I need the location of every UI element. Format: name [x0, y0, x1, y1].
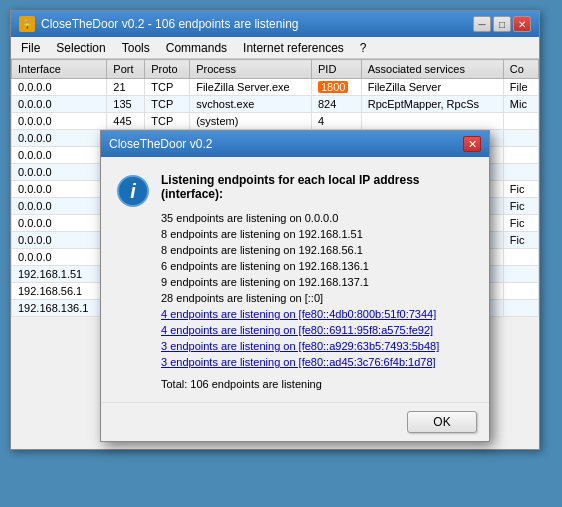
cell-services: FileZilla Server: [361, 79, 503, 96]
info-icon: i: [117, 175, 149, 207]
cell-services: RpcEptMapper, RpcSs: [361, 96, 503, 113]
cell-co: Mic: [503, 96, 538, 113]
cell-services: [361, 113, 503, 130]
table-row[interactable]: 0.0.0.0 135 TCP svchost.exe 824 RpcEptMa…: [12, 96, 539, 113]
endpoint-line: 28 endpoints are listening on [::0]: [161, 291, 469, 306]
col-port: Port: [107, 60, 145, 79]
cell-co: [503, 164, 538, 181]
endpoint-line[interactable]: 3 endpoints are listening on [fe80::a929…: [161, 339, 469, 354]
cell-interface: 0.0.0.0: [12, 198, 107, 215]
cell-process: (system): [190, 113, 312, 130]
ok-button-wrapper: OK: [407, 411, 477, 433]
table-row[interactable]: 0.0.0.0 21 TCP FileZilla Server.exe 1800…: [12, 79, 539, 96]
menu-bar: File Selection Tools Commands Internet r…: [11, 37, 539, 59]
cell-process: svchost.exe: [190, 96, 312, 113]
endpoint-lines: 35 endpoints are listening on 0.0.0.08 e…: [161, 211, 469, 370]
cell-port: 21: [107, 79, 145, 96]
cell-co: [503, 113, 538, 130]
cell-pid: 4: [312, 113, 362, 130]
cell-interface: 0.0.0.0: [12, 249, 107, 266]
menu-tools[interactable]: Tools: [116, 39, 156, 57]
cell-interface: 192.168.136.1: [12, 300, 107, 317]
table-row[interactable]: 0.0.0.0 445 TCP (system) 4: [12, 113, 539, 130]
window-title: CloseTheDoor v0.2 - 106 endpoints are li…: [41, 17, 298, 31]
menu-help[interactable]: ?: [354, 39, 373, 57]
cell-co: File: [503, 79, 538, 96]
cell-interface: 192.168.1.51: [12, 266, 107, 283]
cell-co: Fic: [503, 232, 538, 249]
cell-co: Fic: [503, 215, 538, 232]
cell-interface: 0.0.0.0: [12, 181, 107, 198]
minimize-button[interactable]: ─: [473, 16, 491, 32]
cell-proto: TCP: [145, 79, 190, 96]
col-process: Process: [190, 60, 312, 79]
modal-heading: Listening endpoints for each local IP ad…: [161, 173, 469, 201]
endpoint-line: 8 endpoints are listening on 192.168.56.…: [161, 243, 469, 258]
cell-port: 135: [107, 96, 145, 113]
maximize-button[interactable]: □: [493, 16, 511, 32]
endpoint-line[interactable]: 3 endpoints are listening on [fe80::ad45…: [161, 355, 469, 370]
endpoint-line[interactable]: 4 endpoints are listening on [fe80::4db0…: [161, 307, 469, 322]
endpoint-line: 9 endpoints are listening on 192.168.137…: [161, 275, 469, 290]
cell-pid: 1800: [312, 79, 362, 96]
title-controls: ─ □ ✕: [473, 16, 531, 32]
cell-interface: 0.0.0.0: [12, 79, 107, 96]
cell-co: [503, 130, 538, 147]
cell-interface: 0.0.0.0: [12, 130, 107, 147]
cell-interface: 0.0.0.0: [12, 113, 107, 130]
cell-interface: 0.0.0.0: [12, 147, 107, 164]
modal-title: CloseTheDoor v0.2: [109, 137, 212, 151]
cell-process: FileZilla Server.exe: [190, 79, 312, 96]
modal-text-area: Listening endpoints for each local IP ad…: [161, 173, 469, 390]
modal-content: i Listening endpoints for each local IP …: [101, 157, 489, 402]
cell-co: [503, 283, 538, 300]
cell-proto: TCP: [145, 96, 190, 113]
cell-co: Fic: [503, 181, 538, 198]
app-icon: 🔒: [19, 16, 35, 32]
cell-pid: 824: [312, 96, 362, 113]
endpoint-line: 8 endpoints are listening on 192.168.1.5…: [161, 227, 469, 242]
modal-close-button[interactable]: ✕: [463, 136, 481, 152]
cell-co: [503, 147, 538, 164]
cell-co: [503, 300, 538, 317]
col-interface: Interface: [12, 60, 107, 79]
cell-interface: 0.0.0.0: [12, 164, 107, 181]
menu-internet-references[interactable]: Internet references: [237, 39, 350, 57]
cell-co: Fic: [503, 198, 538, 215]
cell-co: [503, 266, 538, 283]
title-bar-left: 🔒 CloseTheDoor v0.2 - 106 endpoints are …: [19, 16, 298, 32]
col-co: Co: [503, 60, 538, 79]
close-button[interactable]: ✕: [513, 16, 531, 32]
col-services: Associated services: [361, 60, 503, 79]
endpoint-line: 6 endpoints are listening on 192.168.136…: [161, 259, 469, 274]
endpoint-line: 35 endpoints are listening on 0.0.0.0: [161, 211, 469, 226]
endpoint-line[interactable]: 4 endpoints are listening on [fe80::6911…: [161, 323, 469, 338]
modal-footer: OK: [101, 402, 489, 441]
cell-co: [503, 249, 538, 266]
cell-port: 445: [107, 113, 145, 130]
menu-commands[interactable]: Commands: [160, 39, 233, 57]
table-header-row: Interface Port Proto Process PID Associa…: [12, 60, 539, 79]
cell-interface: 0.0.0.0: [12, 96, 107, 113]
modal-title-bar: CloseTheDoor v0.2 ✕: [101, 131, 489, 157]
cell-proto: TCP: [145, 113, 190, 130]
total-line: Total: 106 endpoints are listening: [161, 378, 469, 390]
cell-interface: 192.168.56.1: [12, 283, 107, 300]
ok-button[interactable]: OK: [407, 411, 477, 433]
menu-selection[interactable]: Selection: [50, 39, 111, 57]
menu-file[interactable]: File: [15, 39, 46, 57]
modal-dialog: CloseTheDoor v0.2 ✕ i Listening endpoint…: [100, 130, 490, 442]
title-bar: 🔒 CloseTheDoor v0.2 - 106 endpoints are …: [11, 11, 539, 37]
cell-interface: 0.0.0.0: [12, 215, 107, 232]
cell-interface: 0.0.0.0: [12, 232, 107, 249]
col-proto: Proto: [145, 60, 190, 79]
col-pid: PID: [312, 60, 362, 79]
